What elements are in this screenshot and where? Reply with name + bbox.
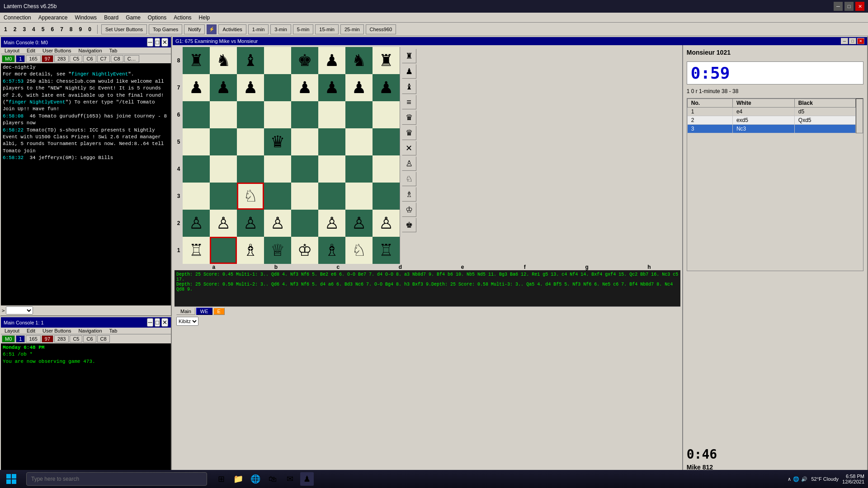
toolbar-num-9[interactable]: 9	[77, 25, 85, 33]
console-bottom-menu-userbtns[interactable]: User Buttons	[39, 328, 75, 334]
console-bottom-menu-layout[interactable]: Layout	[1, 328, 23, 334]
chess-taskbar-icon[interactable]: ♟	[300, 472, 314, 486]
square-h5[interactable]	[373, 128, 400, 155]
console-top-tab-c7[interactable]: C7	[97, 55, 110, 62]
toolbar-num-5[interactable]: 5	[39, 25, 47, 33]
square-a5[interactable]	[183, 128, 210, 155]
square-b4[interactable]	[210, 155, 237, 183]
square-g5[interactable]	[345, 128, 373, 155]
console-bottom-tab-283[interactable]: 283	[54, 335, 69, 343]
toolbar-num-6[interactable]: 6	[48, 25, 56, 33]
square-a8[interactable]: ♜	[183, 47, 210, 74]
console-top-menu-tab[interactable]: Tab	[106, 47, 121, 54]
chess960-button[interactable]: Chess960	[366, 24, 396, 34]
square-b3[interactable]	[210, 183, 237, 210]
square-d5[interactable]: ♛	[264, 128, 291, 155]
chess-tab-e[interactable]: E	[213, 308, 225, 315]
search-input[interactable]	[26, 472, 207, 486]
console-bottom-tab-c8[interactable]: C8	[97, 335, 110, 343]
store-icon[interactable]: 🛍	[266, 472, 279, 486]
console-bottom-menu-tab[interactable]: Tab	[106, 328, 121, 334]
square-f3[interactable]	[318, 183, 345, 210]
console-bottom-tab-c5[interactable]: C5	[70, 335, 82, 343]
square-a4[interactable]	[183, 155, 210, 183]
console-top-menu-edit[interactable]: Edit	[23, 47, 39, 54]
square-c2[interactable]: ♙	[237, 210, 264, 237]
console-bottom-tab-165[interactable]: 165	[26, 335, 40, 343]
square-a1[interactable]: ♖	[183, 237, 210, 264]
chess-minimize[interactable]: ─	[841, 38, 848, 44]
side-btn-king-black[interactable]: ♚	[402, 218, 416, 232]
square-f2[interactable]: ♙	[318, 210, 345, 237]
square-a2[interactable]: ♙	[183, 210, 210, 237]
network-icon[interactable]: 🌐	[793, 476, 799, 482]
side-btn-knight-white[interactable]: ♘	[402, 172, 416, 186]
console-bottom-menu-edit[interactable]: Edit	[23, 328, 39, 334]
square-d1[interactable]: ♕	[264, 237, 291, 264]
menu-appearance[interactable]: Appearance	[35, 14, 71, 22]
console-bottom-close[interactable]: ✕	[161, 318, 168, 327]
toolbar-num-4[interactable]: 4	[30, 25, 38, 33]
close-button[interactable]: ✕	[855, 2, 864, 11]
console-top-menu-userbtns[interactable]: User Buttons	[39, 47, 75, 54]
square-e6[interactable]	[291, 101, 318, 128]
square-b2[interactable]: ♙	[210, 210, 237, 237]
square-c1[interactable]: ♗	[237, 237, 264, 264]
15min-button[interactable]: 15-min	[315, 24, 339, 34]
console-top-menu-layout[interactable]: Layout	[1, 47, 23, 54]
5min-button[interactable]: 5-min	[293, 24, 314, 34]
activities-button[interactable]: Activities	[218, 24, 246, 34]
square-g2[interactable]: ♙	[345, 210, 373, 237]
square-g7[interactable]: ♟	[345, 74, 373, 101]
square-e8[interactable]: ♚	[291, 47, 318, 74]
square-f8[interactable]: ♟	[318, 47, 345, 74]
side-btn-x[interactable]: ✕	[402, 141, 416, 155]
console-top-menu-nav[interactable]: Navigation	[75, 47, 106, 54]
square-e1[interactable]: ♔	[291, 237, 318, 264]
console-bottom-maximize[interactable]: □	[155, 318, 160, 327]
square-c3[interactable]: ♘	[237, 183, 264, 210]
square-b7[interactable]: ♟	[210, 74, 237, 101]
square-d4[interactable]	[264, 155, 291, 183]
chess-close[interactable]: ✕	[857, 38, 864, 44]
moves-scrollbar[interactable]	[856, 99, 863, 133]
square-d2[interactable]: ♙	[264, 210, 291, 237]
square-f4[interactable]	[318, 155, 345, 183]
console-top-tab-cdots[interactable]: C…	[124, 55, 139, 62]
explorer-icon[interactable]: 📁	[231, 472, 245, 486]
menu-connection[interactable]: Connection	[0, 14, 35, 22]
chevron-up-icon[interactable]: ∧	[788, 476, 791, 482]
square-g8[interactable]: ♞	[345, 47, 373, 74]
mail-icon[interactable]: ✉	[283, 472, 297, 486]
side-btn-pawn-white[interactable]: ♙	[402, 156, 416, 171]
side-btn-queen-white[interactable]: ♛	[402, 126, 416, 140]
square-h8[interactable]: ♜	[373, 47, 400, 74]
square-g6[interactable]	[345, 101, 373, 128]
console-bottom-tab-c6[interactable]: C6	[83, 335, 96, 343]
toolbar-num-1[interactable]: 1	[2, 25, 9, 33]
square-b1[interactable]	[210, 237, 237, 264]
kibitz-select[interactable]: Kibitz	[176, 317, 198, 326]
3min-button[interactable]: 3-min	[270, 24, 291, 34]
menu-game[interactable]: Game	[122, 14, 144, 22]
chess-tab-main[interactable]: Main	[176, 308, 195, 315]
console-top-close[interactable]: ✕	[161, 38, 168, 47]
minimize-button[interactable]: ─	[834, 2, 843, 11]
square-e2[interactable]	[291, 210, 318, 237]
console-top-tab-165[interactable]: 165	[26, 55, 40, 62]
move-row-3[interactable]: 3 Nc3	[687, 125, 855, 133]
square-b8[interactable]: ♞	[210, 47, 237, 74]
square-b6[interactable]	[210, 101, 237, 128]
console-bottom-tab-97[interactable]: 97	[42, 335, 53, 343]
start-button[interactable]	[0, 470, 23, 488]
square-c5[interactable]	[237, 128, 264, 155]
chess-maximize[interactable]: □	[849, 38, 856, 44]
console-top-tab-1[interactable]: 1	[16, 55, 25, 62]
square-c7[interactable]: ♟	[237, 74, 264, 101]
side-btn-pawn-black[interactable]: ♟	[402, 64, 416, 79]
menu-windows[interactable]: Windows	[71, 14, 100, 22]
square-a3[interactable]	[183, 183, 210, 210]
square-h2[interactable]: ♙	[373, 210, 400, 237]
taskview-icon[interactable]: ⊞	[214, 472, 228, 486]
taskbar-search[interactable]	[26, 472, 207, 486]
